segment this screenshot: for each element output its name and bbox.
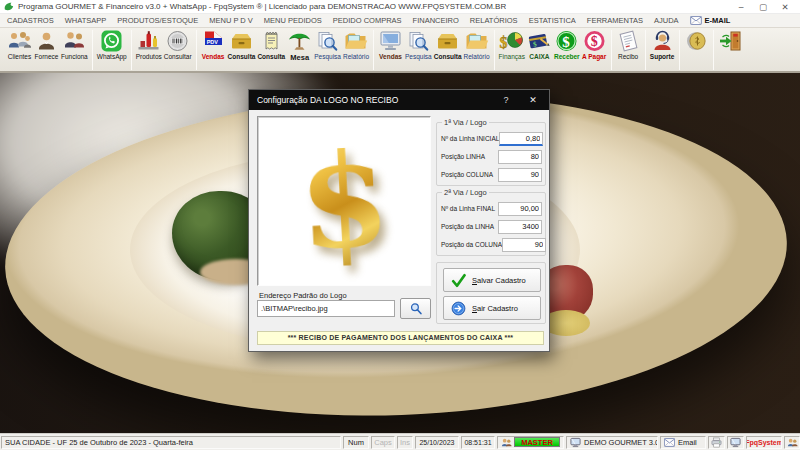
email-icon	[690, 16, 702, 25]
logo-path-input[interactable]	[257, 300, 395, 317]
status-app-panel: DEMO GOURMET 3.0	[566, 436, 658, 449]
menu-estatistica[interactable]: ESTATISTICA	[529, 16, 576, 25]
menu-produtos-estoque[interactable]: PRODUTOS/ESTOQUE	[117, 16, 198, 25]
sales-monitor-icon	[378, 30, 403, 52]
toolbar-button-label: Consultar	[164, 53, 192, 60]
save-button-label: Salvar Cadastro	[472, 276, 526, 285]
logo-search-button[interactable]	[400, 298, 431, 319]
toolbar-button-consulta[interactable]: Consulta	[433, 30, 463, 60]
toolbar-button-label: Relatório	[464, 53, 490, 60]
coin-icon	[684, 30, 709, 52]
posicao-linha-input[interactable]	[498, 150, 542, 164]
toolbar-button-vendas[interactable]: PDVVendas	[200, 30, 227, 60]
linha-final-input[interactable]	[498, 202, 542, 216]
minimize-button[interactable]: –	[730, 2, 752, 12]
toolbar-separator	[196, 30, 197, 70]
menu-ajuda[interactable]: AJUDA	[654, 16, 679, 25]
receive-icon: $	[554, 30, 579, 52]
toolbar-separator	[679, 30, 680, 70]
cashbook-icon: $	[527, 30, 552, 52]
clients-icon	[7, 30, 32, 52]
exit-icon	[718, 30, 743, 52]
toolbar-separator	[611, 30, 612, 70]
dollar-logo-image: $	[295, 124, 393, 279]
toolbar-separator	[373, 30, 374, 70]
toolbar-button-suporte[interactable]: Suporte	[649, 30, 676, 60]
toolbar-button-finan-as[interactable]: $Finanças	[498, 30, 526, 60]
menu-ferramentas[interactable]: FERRAMENTAS	[587, 16, 643, 25]
close-button[interactable]: ✕	[774, 2, 796, 12]
linha-inicial-input[interactable]	[499, 132, 543, 146]
report-folder-icon	[464, 30, 489, 52]
toolbar-button-whatsapp[interactable]: WhatsApp	[96, 30, 128, 60]
toolbar-button-relat-rio[interactable]: Relatório	[342, 30, 370, 60]
toolbar-button-label: Recibo	[618, 53, 638, 60]
toolbar-button-label: A Pagar	[582, 53, 606, 60]
status-email-panel[interactable]: Email	[660, 436, 706, 449]
dialog-help-button[interactable]: ?	[493, 95, 519, 105]
svg-text:PDV: PDV	[206, 39, 218, 45]
group-via2-title: 2ª Via / Logo	[442, 188, 489, 197]
posicao-da-coluna-input[interactable]	[502, 238, 546, 252]
toolbar-button-recibo[interactable]: Recibo	[615, 30, 642, 60]
toolbar-button-receber[interactable]: $Receber	[553, 30, 581, 60]
window-title: Programa GOURMET & Financeiro v3.0 + Wha…	[18, 2, 506, 11]
menu-pdv[interactable]: MENU P D V	[209, 16, 253, 25]
status-num: Num	[343, 436, 369, 449]
status-brand: FpqSystem	[746, 436, 782, 449]
toolbar-button-clientes[interactable]: Clientes	[6, 30, 33, 60]
toolbar-button-funciona[interactable]: Funciona	[60, 30, 89, 60]
toolbar-button-consulta[interactable]: Consulta	[256, 30, 286, 60]
toolbar-separator	[494, 30, 495, 70]
toolbar-button-caixa[interactable]: $CAIXA	[526, 30, 553, 60]
field-label: Posição da LINHA	[441, 223, 494, 230]
menu-email[interactable]: E-MAIL	[690, 16, 731, 25]
group-via1-title: 1ª Via / Logo	[442, 118, 489, 127]
toolbar-button-a-pagar[interactable]: $A Pagar	[581, 30, 608, 60]
status-printer-panel[interactable]	[708, 436, 725, 449]
posicao-coluna-input[interactable]	[498, 168, 542, 182]
toolbar-button-vendas[interactable]: Vendas	[377, 30, 404, 60]
toolbar-button-mesa[interactable]: Mesa	[286, 30, 313, 62]
support-icon	[650, 30, 675, 52]
menu-pedidos[interactable]: MENU PEDIDOS	[264, 16, 322, 25]
posicao-da-linha-input[interactable]	[498, 220, 542, 234]
dialog-close-button[interactable]: ✕	[519, 95, 549, 105]
menu-email-label: E-MAIL	[705, 16, 731, 25]
toolbar-button-pesquisa[interactable]: Pesquisa	[404, 30, 433, 60]
toolbar-button-consultar[interactable]: Consultar	[163, 30, 193, 60]
menu-pedido-compras[interactable]: PEDIDO COMPRAS	[333, 16, 402, 25]
app-window: Programa GOURMET & Financeiro v3.0 + Wha…	[0, 0, 800, 450]
field-label: Posição da COLUNA	[441, 241, 502, 248]
maximize-button[interactable]: ▢	[752, 2, 774, 12]
status-monitor-panel[interactable]	[727, 436, 744, 449]
toolbar-button-relat-rio[interactable]: Relatório	[463, 30, 491, 60]
toolbar-button-pesquisa[interactable]: Pesquisa	[313, 30, 342, 60]
toolbar-button-exit[interactable]	[717, 30, 744, 53]
toolbar-button-fornece[interactable]: Fornece	[33, 30, 60, 60]
toolbar-button-consulta[interactable]: Consulta	[227, 30, 257, 60]
exit-button[interactable]: Sair Cadastro	[443, 296, 541, 320]
dialog-titlebar[interactable]: Configuração DA LOGO NO RECIBO ? ✕	[249, 90, 549, 110]
menu-relatorios[interactable]: RELATÓRIOS	[470, 16, 518, 25]
field-row: Nº da Linha FINAL	[441, 201, 542, 216]
toolbar-button-produtos[interactable]: Produtos	[135, 30, 163, 60]
supplier-icon	[34, 30, 59, 52]
menu-financeiro[interactable]: FINANCEIRO	[413, 16, 459, 25]
whatsapp-icon	[99, 30, 124, 52]
window-controls: – ▢ ✕	[730, 2, 796, 12]
search-docs-icon	[406, 30, 431, 52]
save-button[interactable]: Salvar Cadastro	[443, 268, 541, 292]
menu-cadastros[interactable]: CADASTROS	[7, 16, 54, 25]
field-label: Nº da Linha INICIAL	[441, 135, 499, 142]
toolbar-button-label: Vendas	[379, 53, 402, 60]
toolbar-button-coin[interactable]	[683, 30, 710, 53]
toolbar-separator	[131, 30, 132, 70]
toolbar-button-label: Consulta	[257, 53, 285, 60]
svg-text:$: $	[500, 34, 508, 51]
menu-whatsapp[interactable]: WHATSAPP	[65, 16, 107, 25]
barcode-icon	[165, 30, 190, 52]
field-row: Posição da LINHA	[441, 219, 542, 234]
toolbar-button-label: Consulta	[228, 53, 256, 60]
dialog-footer-banner: *** RECIBO DE PAGAMENTO DOS LANÇAMENTOS …	[257, 331, 544, 345]
